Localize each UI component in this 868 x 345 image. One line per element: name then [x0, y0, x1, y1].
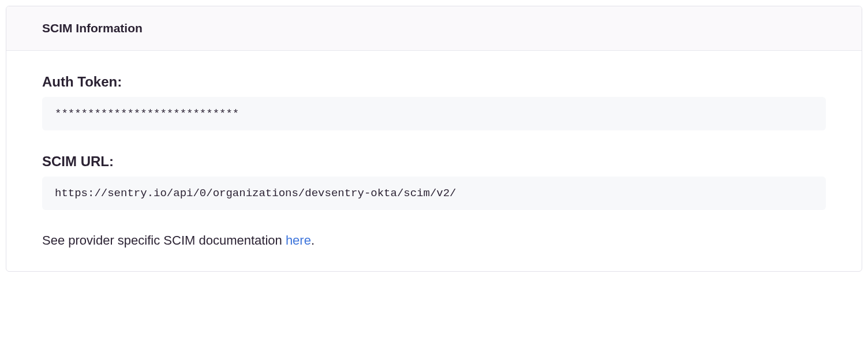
auth-token-label: Auth Token: — [42, 74, 826, 90]
scim-information-panel: SCIM Information Auth Token: ***********… — [6, 6, 862, 272]
panel-title: SCIM Information — [42, 21, 826, 35]
footer-text-before: See provider specific SCIM documentation — [42, 233, 286, 247]
panel-header: SCIM Information — [6, 6, 862, 51]
auth-token-value: **************************** — [42, 97, 826, 130]
footer-text-after: . — [311, 233, 315, 247]
scim-url-label: SCIM URL: — [42, 153, 826, 170]
panel-body: Auth Token: ****************************… — [6, 51, 862, 271]
documentation-link[interactable]: here — [286, 233, 311, 247]
documentation-footer: See provider specific SCIM documentation… — [42, 233, 826, 248]
scim-url-value: https://sentry.io/api/0/organizations/de… — [42, 177, 826, 210]
